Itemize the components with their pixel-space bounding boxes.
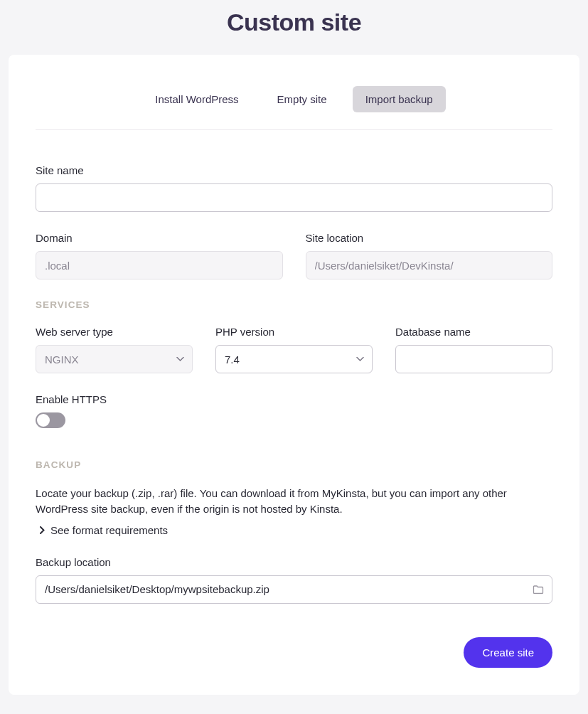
site-location-label: Site location	[306, 232, 553, 244]
field-site-location: Site location	[306, 232, 553, 279]
main-card: Install WordPress Empty site Import back…	[9, 55, 579, 695]
field-domain: Domain	[36, 232, 283, 279]
services-heading: SERVICES	[36, 299, 552, 310]
field-database-name: Database name	[395, 326, 552, 373]
tab-empty-site[interactable]: Empty site	[264, 86, 340, 112]
toggle-knob	[37, 414, 50, 427]
format-requirements-label: See format requirements	[50, 524, 168, 536]
backup-location-input[interactable]	[36, 575, 552, 604]
backup-heading: BACKUP	[36, 459, 552, 470]
format-requirements-link[interactable]: See format requirements	[36, 524, 552, 536]
create-site-button[interactable]: Create site	[464, 637, 552, 668]
footer: Create site	[464, 637, 552, 668]
field-php-version: PHP version	[215, 326, 373, 373]
web-server-label: Web server type	[36, 326, 193, 338]
page-title: Custom site	[0, 0, 588, 55]
backup-description: Locate your backup (.zip, .rar) file. Yo…	[36, 486, 552, 517]
field-backup-location: Backup location	[36, 556, 552, 604]
backup-location-label: Backup location	[36, 556, 552, 568]
folder-icon[interactable]	[533, 585, 544, 594]
enable-https-toggle[interactable]	[36, 412, 65, 428]
database-name-input[interactable]	[395, 345, 552, 373]
site-name-input[interactable]	[36, 183, 552, 212]
php-version-label: PHP version	[215, 326, 373, 338]
chevron-right-icon	[40, 526, 45, 534]
domain-input	[36, 251, 283, 279]
database-name-label: Database name	[395, 326, 552, 338]
php-version-select[interactable]	[215, 345, 373, 373]
field-enable-https: Enable HTTPS	[36, 393, 552, 431]
site-location-input	[306, 251, 553, 279]
web-server-select[interactable]	[36, 345, 193, 373]
enable-https-label: Enable HTTPS	[36, 393, 552, 405]
field-web-server: Web server type	[36, 326, 193, 373]
site-name-label: Site name	[36, 164, 552, 176]
field-site-name: Site name	[36, 164, 552, 212]
tab-install-wordpress[interactable]: Install WordPress	[142, 86, 251, 112]
form-area: Site name Domain Site location SERVICES …	[36, 130, 552, 604]
tab-import-backup[interactable]: Import backup	[353, 86, 446, 112]
domain-label: Domain	[36, 232, 283, 244]
tabs: Install WordPress Empty site Import back…	[36, 86, 552, 130]
